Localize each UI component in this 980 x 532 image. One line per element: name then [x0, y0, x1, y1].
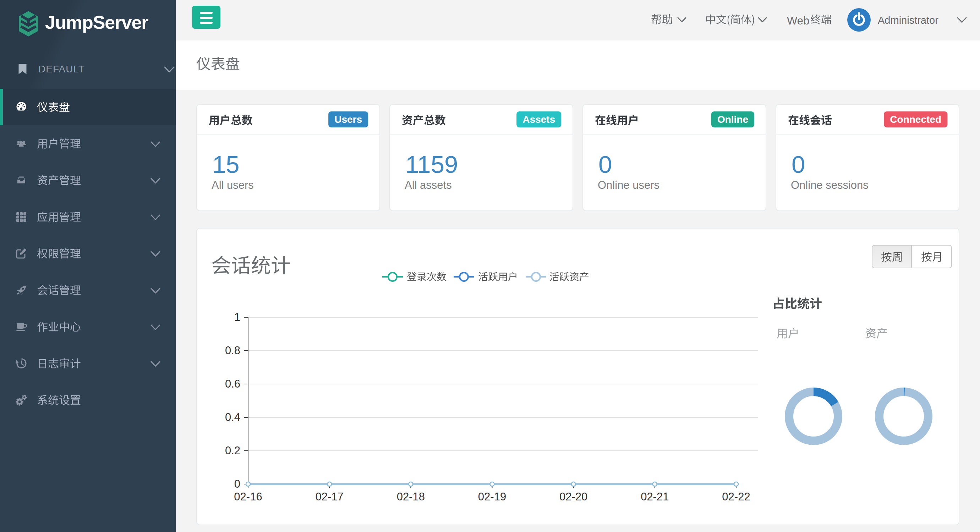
svg-text:1: 1 [234, 311, 240, 323]
svg-text:0.2: 0.2 [225, 444, 240, 457]
svg-text:0.4: 0.4 [225, 411, 240, 423]
svg-text:0.6: 0.6 [225, 378, 240, 390]
svg-text:02-21: 02-21 [641, 491, 669, 503]
svg-text:02-22: 02-22 [722, 491, 750, 503]
svg-text:02-17: 02-17 [315, 491, 344, 503]
svg-text:02-16: 02-16 [234, 491, 262, 503]
svg-text:02-18: 02-18 [397, 491, 425, 503]
svg-text:0.8: 0.8 [225, 344, 240, 357]
svg-text:02-20: 02-20 [559, 491, 587, 503]
svg-text:0: 0 [234, 478, 240, 490]
svg-text:02-19: 02-19 [478, 491, 506, 503]
